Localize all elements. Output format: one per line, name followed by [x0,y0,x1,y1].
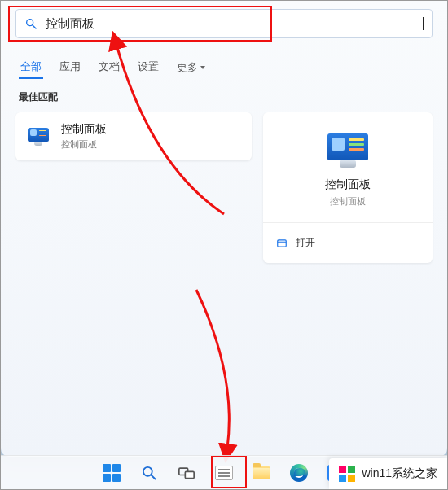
taskbar-app-generic[interactable] [209,457,239,488]
best-match-result[interactable]: 控制面板 控制面板 [15,112,252,160]
windows-logo-icon [103,464,121,482]
start-button[interactable] [96,457,127,488]
open-icon [276,238,288,249]
search-icon [141,465,157,481]
preview-card: 控制面板 控制面板 打开 [263,112,433,263]
svg-rect-6 [185,471,194,478]
control-panel-icon-large [326,133,370,168]
app-window-icon [215,466,233,480]
chevron-down-icon [200,66,205,69]
start-search-panel: 全部 应用 文档 设置 更多 最佳匹配 控制面板 控制面板 [1,1,447,457]
preview-actions: 打开 [263,223,433,263]
search-box[interactable] [15,9,433,38]
search-icon [24,17,37,30]
search-input[interactable] [46,17,423,31]
watermark: win11系统之家 [329,458,447,489]
folder-icon [253,466,270,479]
taskbar-edge[interactable] [283,457,314,488]
tab-documents[interactable]: 文档 [97,56,121,79]
open-label: 打开 [296,236,315,250]
open-action[interactable]: 打开 [268,230,428,256]
tab-settings[interactable]: 设置 [136,56,160,79]
result-title: 控制面板 [61,122,107,137]
svg-line-1 [33,25,36,28]
preview-header: 控制面板 控制面板 [263,112,433,223]
edge-icon [290,464,308,482]
taskbar-file-explorer[interactable] [246,457,277,488]
svg-point-0 [27,20,33,26]
watermark-text: win11系统之家 [362,466,437,481]
tab-apps[interactable]: 应用 [58,56,82,79]
taskbar-search-button[interactable] [134,457,165,488]
result-subtitle: 控制面板 [61,138,107,151]
search-filter-tabs: 全部 应用 文档 设置 更多 [19,56,433,79]
preview-subtitle: 控制面板 [271,195,424,208]
result-text: 控制面板 控制面板 [61,122,107,151]
text-caret [423,17,424,30]
task-view-button[interactable] [171,457,202,488]
tab-all[interactable]: 全部 [19,56,43,79]
watermark-logo-icon [339,466,355,482]
task-view-icon [178,466,195,480]
svg-rect-2 [278,239,287,246]
section-best-match-label: 最佳匹配 [19,90,433,104]
tab-more[interactable]: 更多 [175,56,207,79]
control-panel-icon [27,128,50,146]
results-row: 控制面板 控制面板 控制面板 控制面板 [15,112,433,263]
preview-title: 控制面板 [271,177,424,192]
svg-line-4 [152,475,156,479]
tab-more-label: 更多 [177,60,198,75]
